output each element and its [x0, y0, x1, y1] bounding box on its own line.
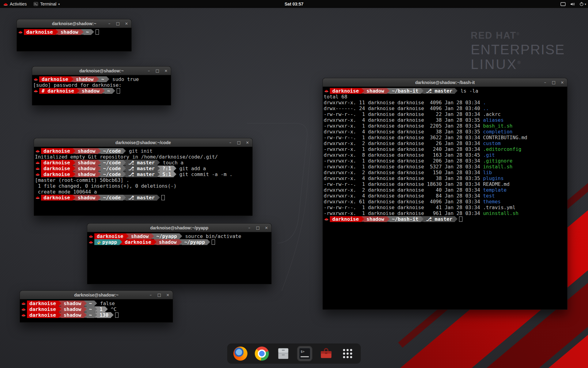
maximize-button[interactable]: □	[236, 140, 241, 145]
maximize-button[interactable]: □	[155, 68, 160, 73]
powerline-arrow-icon	[94, 312, 97, 318]
powerline-arrow-icon	[98, 171, 101, 177]
maximize-button[interactable]: □	[115, 21, 120, 26]
dock-toolbox-icon[interactable]	[319, 347, 333, 361]
powerline-arrow-icon	[123, 148, 126, 154]
dock-firefox-icon[interactable]	[233, 347, 247, 361]
minimize-button[interactable]: –	[148, 293, 153, 297]
terminal-line: darknoiseshadow~/code⎇ master	[35, 195, 251, 201]
dock-app-grid-icon[interactable]	[341, 347, 355, 361]
close-button[interactable]: ×	[165, 293, 170, 297]
terminal-content[interactable]: darknoiseshadow~	[17, 28, 131, 36]
minimize-button[interactable]: –	[228, 140, 233, 145]
clock[interactable]: Sat 03:57	[285, 2, 303, 6]
activities-label: Activities	[10, 2, 27, 6]
terminal-line: drwxrwxr-x. 4 darknoise darknoise 38 Jan…	[324, 117, 566, 123]
terminal-text: drwxrwxr-x. 61 darknoise darknoise 4096 …	[324, 199, 483, 205]
window-titlebar[interactable]: darknoise@shadow:~–□×	[20, 291, 173, 299]
powerline-arrow-icon	[105, 306, 108, 312]
dock-terminal-icon[interactable]: $>	[298, 347, 312, 361]
powerline-arrow-icon	[123, 160, 126, 165]
terminal-content[interactable]: darknoiseshadow~ sudo true[sudo] passwor…	[32, 75, 171, 95]
terminal-text: source bin/activate	[182, 233, 241, 239]
redhat-icon	[21, 306, 27, 313]
close-button[interactable]: ×	[560, 80, 565, 85]
power-icon[interactable]: ▾	[579, 2, 586, 6]
terminal-text: drwxrwxr-x. 2 darknoise darknoise 40 Jan…	[324, 187, 483, 193]
terminal-cursor	[459, 217, 462, 222]
window-titlebar[interactable]: darknoise@shadow:~/code–□×	[34, 138, 252, 147]
window-title: darknoise@shadow:~/code	[115, 140, 171, 145]
dock-files-icon[interactable]	[276, 347, 290, 361]
terminal-line: drwxrwxr-x. 2 darknoise darknoise 150 Ja…	[324, 170, 566, 175]
close-button[interactable]: ×	[264, 225, 269, 230]
terminal-content[interactable]: darknoiseshadow~/code git initInitialize…	[34, 147, 252, 202]
close-button[interactable]: ×	[245, 140, 250, 145]
terminal-text: template	[483, 187, 507, 193]
terminal-cursor	[212, 240, 215, 245]
powerline-arrow-icon	[361, 88, 364, 94]
prompt-segment: ~/bash-it	[390, 216, 421, 222]
windows-layer: darknoise@shadow:~–□×darknoiseshadow~dar…	[0, 0, 588, 368]
terminal-text: -rwxrwxr-x. 1 darknoise darknoise 240 Ja…	[324, 146, 483, 152]
powerline-arrow-icon	[84, 306, 87, 312]
prompt-segment: shadow	[75, 148, 98, 154]
app-menu-terminal[interactable]: Terminal ▾	[30, 0, 63, 8]
terminal-cursor	[161, 195, 165, 200]
activities-button[interactable]: Activities	[0, 0, 30, 8]
display-icon[interactable]	[560, 2, 566, 6]
terminal-line: darknoiseshadow~ sudo true	[33, 76, 170, 82]
minimize-button[interactable]: –	[107, 21, 112, 26]
powerline-arrow-icon	[174, 171, 176, 177]
terminal-line: Initialized empty Git repository in /hom…	[35, 154, 251, 160]
terminal-text: -rwxrwxr-x. 1 darknoise darknoise 2205 J…	[324, 123, 483, 129]
prompt-segment: darknoise	[39, 76, 71, 82]
terminal-text: drwxrwxr-x. 8 darknoise darknoise 163 Ja…	[324, 152, 483, 158]
redhat-icon	[35, 171, 41, 178]
powerline-arrow-icon	[179, 239, 182, 245]
app-menu-label: Terminal	[40, 2, 56, 6]
terminal-line: drwxrwxr-x. 2 darknoise darknoise 40 Jan…	[324, 187, 566, 193]
volume-icon[interactable]	[570, 2, 575, 6]
prompt-segment: shadow	[75, 166, 98, 171]
terminal-text: -rw-rw-r--. 1 darknoise darknoise 41 Jan…	[324, 205, 515, 210]
terminal-text: -rw-rw-r--. 1 darknoise darknoise 3622 J…	[324, 135, 527, 140]
terminal-window: darknoise@shadow:~–□×darknoiseshadow~ fa…	[20, 290, 173, 323]
minimize-button[interactable]: –	[146, 68, 151, 73]
terminal-text: git commit -a -m .	[176, 171, 232, 177]
dock-chrome-icon[interactable]	[255, 347, 269, 361]
window-titlebar[interactable]: darknoise@shadow:~–□×	[17, 19, 131, 28]
window-titlebar[interactable]: darknoise@shadow:~–□×	[32, 67, 171, 75]
close-button[interactable]: ×	[124, 21, 129, 26]
prompt-segment: 130	[97, 312, 111, 318]
powerline-arrow-icon	[98, 195, 101, 200]
prompt-segment: ⎇ master	[126, 160, 157, 166]
terminal-content[interactable]: darknoiseshadow~ falsedarknoiseshadow~1 …	[20, 299, 173, 319]
window-title: darknoise@shadow:~	[79, 68, 124, 73]
terminal-line: -rwxrwxr-x. 1 darknoise darknoise 2205 J…	[324, 123, 566, 129]
terminal-text: total 68	[324, 94, 347, 100]
prompt-segment: ~	[87, 312, 95, 318]
powerline-arrow-icon	[98, 148, 101, 154]
prompt-segment: ~	[84, 29, 92, 35]
terminal-text: -rw-rw-r--. 1 darknoise darknoise 22 Jan…	[324, 111, 501, 117]
minimize-button[interactable]: –	[543, 80, 548, 85]
prompt-segment: darknoise	[41, 160, 73, 166]
prompt-segment: ⎇ master	[126, 166, 157, 171]
powerline-arrow-icon	[119, 239, 122, 245]
prompt-segment: ~	[105, 88, 113, 94]
minimize-button[interactable]: –	[247, 225, 252, 230]
maximize-button[interactable]: □	[255, 225, 260, 230]
powerline-arrow-icon	[207, 239, 210, 245]
terminal-content[interactable]: darknoiseshadow~/pyapp source bin/activa…	[87, 232, 271, 246]
terminal-text: Initialized empty Git repository in /hom…	[35, 154, 218, 160]
maximize-button[interactable]: □	[551, 80, 556, 85]
terminal-line: -rwxrwxr-x. 1 darknoise darknoise 961 Ja…	[324, 210, 566, 216]
terminal-content[interactable]: darknoiseshadow~/bash-it⎇ master ls -lat…	[323, 87, 567, 223]
terminal-text: bash_it.sh	[483, 123, 512, 129]
prompt-segment: shadow	[156, 239, 179, 245]
maximize-button[interactable]: □	[157, 293, 162, 297]
window-titlebar[interactable]: darknoise@shadow:~/pyapp–□×	[87, 224, 271, 232]
close-button[interactable]: ×	[164, 68, 168, 73]
window-titlebar[interactable]: darknoise@shadow:~/bash-it–□×	[323, 78, 567, 87]
